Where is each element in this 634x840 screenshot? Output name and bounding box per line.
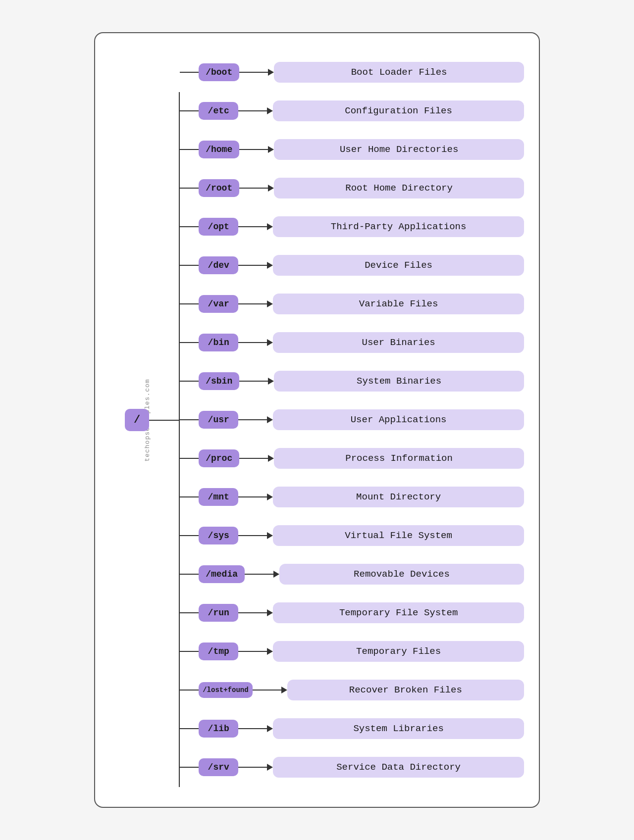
desc-node: Removable Devices: [279, 564, 524, 585]
h-branch: [180, 458, 199, 459]
arrow-line: [238, 764, 273, 771]
h-branch: [180, 188, 199, 189]
dir-node: /usr: [199, 411, 238, 429]
desc-node: Temporary Files: [273, 641, 524, 662]
desc-node: User Applications: [273, 409, 524, 430]
branch-row: /libSystem Libraries: [180, 709, 524, 748]
arrow-line: [253, 687, 287, 693]
desc-node: Root Home Directory: [274, 178, 524, 198]
arrow-line: [238, 339, 273, 346]
root-node: /: [125, 409, 149, 431]
desc-node: Variable Files: [273, 294, 524, 314]
branch-row: /varVariable Files: [180, 285, 524, 323]
arrow-line: [239, 146, 274, 153]
branch-row: /bootBoot Loader Files: [180, 53, 524, 92]
branch-row: /usrUser Applications: [180, 400, 524, 439]
branch-row: /procProcess Information: [180, 439, 524, 478]
desc-node: System Libraries: [273, 718, 524, 739]
arrow-line: [238, 300, 273, 307]
dir-node: /opt: [199, 218, 238, 236]
desc-node: Recover Broken Files: [287, 680, 524, 700]
arrow-line: [239, 378, 274, 385]
branch-row: /sysVirtual File System: [180, 516, 524, 555]
dir-node: /proc: [199, 449, 239, 467]
dir-node: /lib: [199, 720, 238, 738]
h-branch: [180, 149, 199, 150]
arrow-line: [238, 262, 273, 269]
branch-row: /runTemporary File System: [180, 593, 524, 632]
dir-node: /home: [199, 141, 239, 158]
h-branch: [180, 226, 199, 227]
desc-node: Service Data Directory: [273, 757, 524, 778]
desc-node: User Home Directories: [274, 139, 524, 160]
h-branch: [180, 728, 199, 729]
arrow-line: [238, 532, 273, 539]
desc-node: Process Information: [274, 448, 524, 469]
desc-node: Virtual File System: [273, 525, 524, 546]
tree: / /bootBoot Loader Files/etcConfiguratio…: [110, 53, 524, 787]
dir-node: /boot: [199, 63, 239, 81]
dir-node: /var: [199, 295, 238, 313]
h-branch: [180, 651, 199, 652]
branch-row: /etcConfiguration Files: [180, 92, 524, 130]
h-branch: [180, 574, 199, 575]
branch-row: /tmpTemporary Files: [180, 632, 524, 671]
desc-node: System Binaries: [274, 371, 524, 392]
h-branch: [180, 690, 199, 691]
dir-node: /media: [199, 565, 245, 583]
arrow-line: [239, 185, 274, 192]
branch-row: /srvService Data Directory: [180, 748, 524, 787]
arrow-line: [238, 648, 273, 655]
dir-node: /mnt: [199, 488, 238, 506]
h-branch: [180, 265, 199, 266]
dir-node: /lost+found: [199, 682, 252, 698]
h-branch: [180, 303, 199, 304]
arrow-line: [239, 455, 274, 462]
branch-row: /lost+foundRecover Broken Files: [180, 671, 524, 709]
arrow-line: [238, 107, 273, 114]
arrow-line: [238, 725, 273, 732]
branch-row: /homeUser Home Directories: [180, 130, 524, 169]
dir-node: /etc: [199, 102, 238, 120]
h-branch: [180, 496, 199, 497]
rows-col: /bootBoot Loader Files/etcConfiguration …: [180, 53, 524, 787]
arrow-line: [238, 223, 273, 230]
h-branch: [180, 110, 199, 111]
h-line-root: [149, 420, 179, 421]
branch-row: /mntMount Directory: [180, 478, 524, 516]
desc-node: Mount Directory: [273, 487, 524, 507]
branch-row: /sbinSystem Binaries: [180, 362, 524, 400]
desc-node: User Binaries: [273, 332, 524, 353]
branch-row: /rootRoot Home Directory: [180, 169, 524, 207]
branch-row: /mediaRemovable Devices: [180, 555, 524, 593]
h-branch: [180, 72, 199, 73]
branch-row: /optThird-Party Applications: [180, 207, 524, 246]
vertical-bar-area: /bootBoot Loader Files/etcConfiguration …: [179, 53, 524, 787]
branch-row: /devDevice Files: [180, 246, 524, 285]
dir-node: /tmp: [199, 642, 238, 660]
h-branch: [180, 342, 199, 343]
dir-node: /bin: [199, 334, 238, 351]
arrow-line: [245, 571, 279, 578]
dir-node: /run: [199, 604, 238, 622]
dir-node: /root: [199, 179, 239, 197]
dir-node: /sys: [199, 527, 238, 544]
desc-node: Temporary File System: [273, 602, 524, 623]
dir-node: /sbin: [199, 372, 239, 390]
desc-node: Device Files: [273, 255, 524, 276]
h-branch: [180, 419, 199, 420]
branch-row: /binUser Binaries: [180, 323, 524, 362]
desc-node: Boot Loader Files: [274, 62, 524, 83]
diagram-container: techopsexamples.com / /bootBoot Loader F…: [94, 32, 540, 808]
arrow-line: [238, 416, 273, 423]
arrow-line: [238, 609, 273, 616]
dir-node: /dev: [199, 256, 238, 274]
desc-node: Configuration Files: [273, 100, 524, 121]
arrow-line: [239, 69, 274, 76]
h-branch: [180, 612, 199, 613]
dir-node: /srv: [199, 758, 238, 776]
h-branch: [180, 767, 199, 768]
arrow-line: [238, 494, 273, 500]
h-branch: [180, 535, 199, 536]
desc-node: Third-Party Applications: [273, 216, 524, 237]
